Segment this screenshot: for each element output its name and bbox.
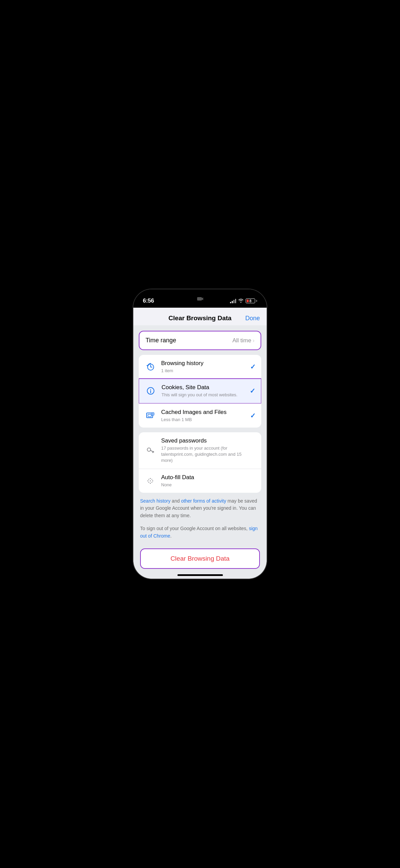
- browsing-history-check: ✓: [250, 363, 256, 371]
- home-bar: [177, 574, 223, 576]
- signal-bars: [230, 299, 236, 303]
- autofill-text: Auto-fill Data None: [161, 474, 244, 488]
- status-bar: 6:56: [133, 289, 267, 308]
- battery: 8: [246, 299, 257, 303]
- screen: Clear Browsing Data Done Time range All …: [133, 308, 267, 579]
- time-range-label: Time range: [146, 337, 176, 344]
- autofill-item[interactable]: Auto-fill Data None: [139, 469, 261, 493]
- svg-point-12: [147, 448, 151, 451]
- cookies-subtitle: This will sign you out of most websites.: [161, 392, 246, 398]
- svg-point-17: [150, 478, 151, 479]
- home-indicator: [133, 571, 267, 579]
- saved-passwords-title: Saved passwords: [161, 437, 244, 445]
- cookies-item[interactable]: Cookies, Site Data This will sign you ou…: [139, 378, 261, 403]
- time-range-section[interactable]: Time range All time ›: [139, 331, 261, 350]
- other-forms-link[interactable]: other forms of activity: [181, 498, 226, 504]
- autofill-icon: [144, 475, 156, 487]
- status-right: 8: [230, 298, 257, 304]
- cookies-check: ✓: [250, 387, 255, 395]
- done-button[interactable]: Done: [245, 315, 260, 322]
- history-icon: [144, 361, 156, 373]
- browsing-history-title: Browsing history: [161, 360, 247, 367]
- info-icon: [145, 385, 157, 397]
- page-title: Clear Browsing Data: [169, 314, 232, 322]
- cookies-text: Cookies, Site Data This will sign you ou…: [161, 384, 246, 398]
- svg-point-20: [152, 480, 153, 481]
- time-range-row[interactable]: Time range All time ›: [139, 331, 261, 349]
- svg-point-19: [148, 480, 149, 481]
- key-icon: [144, 444, 156, 456]
- svg-marker-1: [202, 297, 203, 300]
- unchecked-items-list: Saved passwords 17 passwords in your acc…: [139, 432, 261, 493]
- saved-passwords-subtitle: 17 passwords in your account (for talent…: [161, 445, 244, 464]
- nav-header: Clear Browsing Data Done: [133, 308, 267, 325]
- cached-images-check: ✓: [250, 412, 256, 420]
- clear-browsing-data-button[interactable]: Clear Browsing Data: [140, 548, 260, 569]
- chevron-right-icon: ›: [253, 338, 254, 344]
- svg-point-4: [150, 389, 151, 390]
- time-range-value: All time ›: [232, 337, 254, 344]
- checked-items-list: Browsing history 1 item ✓: [139, 355, 261, 428]
- svg-point-23: [148, 482, 149, 483]
- svg-point-16: [150, 480, 151, 481]
- wifi-icon: [238, 298, 244, 304]
- svg-point-18: [150, 483, 151, 484]
- browsing-history-subtitle: 1 item: [161, 368, 247, 374]
- cached-images-text: Cached Images and Files Less than 1 MB: [161, 409, 247, 423]
- browsing-history-text: Browsing history 1 item: [161, 360, 247, 374]
- info-text-1: Search history and other forms of activi…: [139, 498, 261, 520]
- clear-button-container: Clear Browsing Data: [139, 545, 261, 571]
- svg-point-21: [148, 479, 149, 480]
- camera-icon: [197, 296, 203, 302]
- list-item[interactable]: Browsing history 1 item ✓: [139, 355, 261, 379]
- dynamic-island: [180, 293, 221, 305]
- cached-images-item[interactable]: Cached Images and Files Less than 1 MB ✓: [139, 403, 261, 428]
- time-range-value-text: All time: [232, 337, 251, 344]
- autofill-subtitle: None: [161, 482, 244, 488]
- cached-images-title: Cached Images and Files: [161, 409, 247, 416]
- svg-rect-7: [148, 414, 151, 417]
- svg-rect-0: [197, 297, 202, 301]
- info-text-2: To sign out of your Google Account on al…: [139, 525, 261, 540]
- saved-passwords-item[interactable]: Saved passwords 17 passwords in your acc…: [139, 432, 261, 469]
- autofill-title: Auto-fill Data: [161, 474, 244, 481]
- svg-point-24: [151, 479, 152, 480]
- content-area: Time range All time ›: [133, 325, 267, 571]
- saved-passwords-text: Saved passwords 17 passwords in your acc…: [161, 437, 244, 464]
- sign-out-chrome-link[interactable]: sign out of Chrome: [140, 526, 258, 539]
- svg-point-22: [151, 482, 152, 483]
- search-history-link[interactable]: Search history: [140, 498, 170, 504]
- image-icon: [144, 410, 156, 422]
- cookies-title: Cookies, Site Data: [161, 384, 246, 391]
- status-time: 6:56: [143, 297, 154, 304]
- cached-images-subtitle: Less than 1 MB: [161, 417, 247, 423]
